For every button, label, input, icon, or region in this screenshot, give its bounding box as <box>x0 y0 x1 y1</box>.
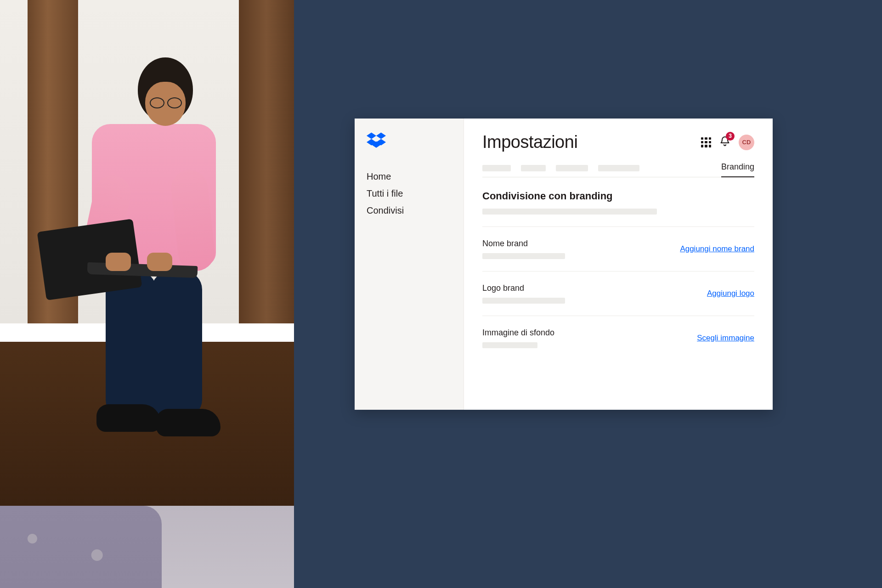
add-logo-link[interactable]: Aggiungi logo <box>707 289 754 298</box>
tab-placeholder[interactable] <box>556 165 588 171</box>
value-placeholder <box>482 253 565 259</box>
setting-row-brand-logo: Logo brand Aggiungi logo <box>482 271 754 304</box>
app-window: Home Tutti i file Condivisi Impostazioni <box>355 119 773 410</box>
avatar[interactable]: CD <box>739 135 754 150</box>
right-panel: Home Tutti i file Condivisi Impostazioni <box>294 0 882 588</box>
tab-placeholder[interactable] <box>598 165 639 171</box>
add-brand-name-link[interactable]: Aggiungi nome brand <box>680 244 754 254</box>
section-title: Condivisione con branding <box>482 190 754 202</box>
tab-placeholder[interactable] <box>521 165 546 171</box>
setting-row-background-image: Immagine di sfondo Scegli immagine <box>482 316 754 348</box>
sidebar-item-home[interactable]: Home <box>367 168 452 185</box>
sidebar: Home Tutti i file Condivisi <box>355 119 464 410</box>
marketing-photo <box>0 0 294 588</box>
main-content: Impostazioni 3 CD <box>464 119 773 410</box>
header-icons: 3 CD <box>701 135 754 150</box>
header-row: Impostazioni 3 CD <box>482 132 754 152</box>
sidebar-item-all-files[interactable]: Tutti i file <box>367 185 452 202</box>
setting-label-brand-name: Nome brand <box>482 239 565 249</box>
setting-label-background-image: Immagine di sfondo <box>482 328 554 338</box>
photo-scene <box>0 0 294 588</box>
setting-label-brand-logo: Logo brand <box>482 283 565 293</box>
value-placeholder <box>482 342 537 348</box>
tab-placeholder[interactable] <box>482 165 511 171</box>
choose-image-link[interactable]: Scegli immagine <box>697 334 754 343</box>
tab-branding[interactable]: Branding <box>721 162 754 177</box>
description-placeholder <box>482 209 657 215</box>
tabs: Branding <box>482 162 754 177</box>
notification-badge: 3 <box>726 132 735 141</box>
sidebar-item-shared[interactable]: Condivisi <box>367 202 452 219</box>
setting-row-brand-name: Nome brand Aggiungi nome brand <box>482 227 754 259</box>
app-grid-icon[interactable] <box>701 137 711 147</box>
branding-section: Condivisione con branding Nome brand Agg… <box>482 177 754 348</box>
value-placeholder <box>482 298 565 304</box>
notifications-button[interactable]: 3 <box>719 136 730 149</box>
dropbox-logo-icon[interactable] <box>367 132 386 149</box>
page-title: Impostazioni <box>482 132 577 152</box>
